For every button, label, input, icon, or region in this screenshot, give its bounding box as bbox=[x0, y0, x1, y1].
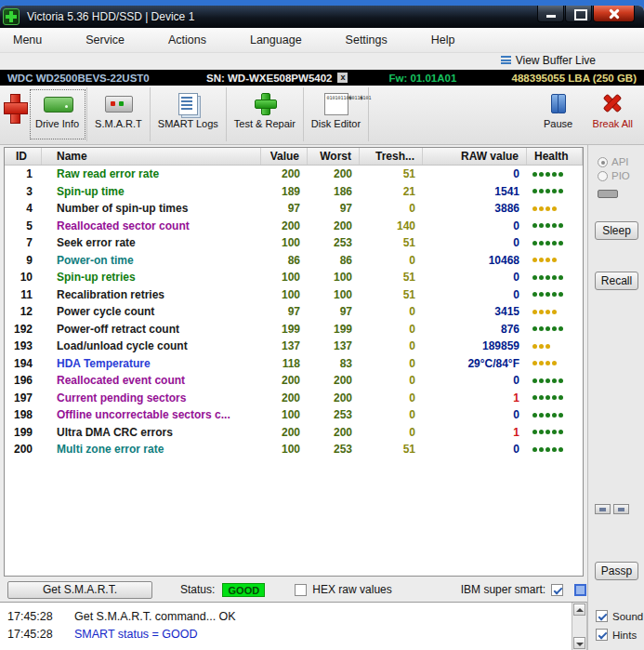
cell-id: 10 bbox=[5, 271, 42, 284]
break-all-button[interactable]: Break All bbox=[585, 87, 640, 131]
cell-tresh: 0 bbox=[360, 408, 423, 421]
cell-val: 97 bbox=[261, 202, 308, 215]
smart-row-9[interactable]: 9Power-on time8686010468 bbox=[5, 252, 583, 270]
pio-radio[interactable] bbox=[598, 171, 608, 181]
cell-val: 100 bbox=[261, 443, 308, 456]
column-header-tresh[interactable]: Tresh... bbox=[360, 148, 423, 165]
cell-val: 86 bbox=[261, 254, 308, 267]
device-firmware: Fw: 01.01A01 bbox=[388, 73, 456, 84]
smart-row-192[interactable]: 192Power-off retract count1991990876 bbox=[5, 321, 583, 338]
cell-name: Power-on time bbox=[42, 254, 261, 267]
sound-checkbox[interactable] bbox=[596, 610, 608, 622]
smart-row-4[interactable]: 4Number of spin-up times979703886 bbox=[5, 200, 583, 218]
column-header-rawvalue[interactable]: RAW value bbox=[423, 148, 527, 165]
api-label: API bbox=[611, 156, 629, 167]
toolbar-button-test-repair[interactable]: Test & Repair bbox=[227, 87, 304, 141]
cell-tresh: 51 bbox=[360, 288, 423, 301]
toolbar-button-s-m-a-r-t[interactable]: S.M.A.R.T bbox=[87, 87, 151, 141]
ibm-smart-checkbox[interactable] bbox=[551, 584, 563, 596]
toolbar-button-drive-info[interactable]: Drive Info bbox=[28, 87, 87, 141]
column-header-value[interactable]: Value bbox=[261, 148, 308, 165]
cell-raw: 10468 bbox=[423, 254, 527, 267]
log-scrollbar[interactable] bbox=[572, 603, 586, 650]
cell-worst: 200 bbox=[308, 219, 360, 232]
column-header-health[interactable]: Health bbox=[527, 148, 583, 165]
smart-row-199[interactable]: 199Ultra DMA CRC errors20020001 bbox=[5, 424, 583, 442]
cell-tresh: 51 bbox=[360, 443, 423, 456]
hints-checkbox[interactable] bbox=[596, 629, 608, 641]
cell-worst: 137 bbox=[308, 339, 360, 352]
cell-raw: 0 bbox=[423, 236, 527, 249]
menu-item-settings[interactable]: Settings bbox=[346, 33, 388, 46]
cell-val: 199 bbox=[261, 323, 308, 336]
health-indicator bbox=[527, 447, 583, 452]
close-button[interactable] bbox=[593, 6, 635, 22]
smart-row-10[interactable]: 10Spin-up retries100100510 bbox=[5, 269, 583, 286]
column-header-name[interactable]: Name bbox=[42, 148, 261, 165]
smart-row-5[interactable]: 5Reallocated sector count2002001400 bbox=[5, 218, 583, 235]
sleep-button[interactable]: Sleep bbox=[595, 221, 638, 240]
smart-row-1[interactable]: 1Raw read error rate200200510 bbox=[5, 166, 583, 183]
api-radio-row[interactable]: API bbox=[598, 156, 629, 167]
health-indicator bbox=[527, 395, 583, 400]
pio-radio-row[interactable]: PIO bbox=[598, 170, 630, 181]
view-buffer-live-link[interactable]: View Buffer Live bbox=[501, 54, 596, 67]
smart-row-193[interactable]: 193Load/unload cycle count1371370189859 bbox=[5, 338, 583, 355]
health-indicator bbox=[527, 361, 583, 365]
smart-row-3[interactable]: 3Spin-up time189186211541 bbox=[5, 183, 583, 201]
passp-button[interactable]: Passp bbox=[595, 562, 638, 580]
right-panel: API PIO Sleep Recall Passp Sound Hints bbox=[587, 145, 644, 650]
api-radio[interactable] bbox=[598, 157, 608, 167]
smart-row-200[interactable]: 200Multi zone error rate100253510 bbox=[5, 441, 583, 458]
smart-row-198[interactable]: 198Offline uncorrectable sectors c...100… bbox=[5, 406, 583, 424]
smart-row-7[interactable]: 7Seek error rate100253510 bbox=[5, 234, 583, 252]
smart-row-196[interactable]: 196Reallocated event count20020000 bbox=[5, 372, 583, 390]
cell-tresh: 0 bbox=[360, 339, 423, 352]
hex-raw-checkbox[interactable] bbox=[295, 584, 307, 596]
cell-raw: 876 bbox=[423, 323, 527, 336]
cell-tresh: 0 bbox=[360, 374, 423, 387]
toolbar-button-label: Test & Repair bbox=[234, 118, 296, 129]
cell-name: Power cycle count bbox=[42, 305, 261, 318]
cell-id: 9 bbox=[5, 254, 42, 267]
column-header-worst[interactable]: Worst bbox=[308, 148, 360, 165]
cell-name: Number of spin-up times bbox=[42, 202, 261, 215]
menu-item-service[interactable]: Service bbox=[85, 33, 125, 46]
ibm-indicator[interactable] bbox=[574, 584, 586, 596]
scroll-up-icon[interactable] bbox=[573, 604, 585, 616]
serial-close-icon[interactable]: x bbox=[337, 73, 348, 83]
smart-row-194[interactable]: 194HDA Temperature11883029°C/84°F bbox=[5, 355, 583, 373]
health-indicator bbox=[527, 326, 583, 331]
toolbar-button-smart-logs[interactable]: SMART Logs bbox=[151, 87, 227, 141]
maximize-button[interactable] bbox=[565, 6, 592, 22]
panel-small-button-1[interactable] bbox=[595, 504, 611, 514]
toolbar-button-disk-editor[interactable]: Disk Editor bbox=[304, 87, 369, 141]
cell-val: 189 bbox=[261, 185, 308, 198]
panel-small-button-2[interactable] bbox=[613, 504, 629, 514]
cell-id: 200 bbox=[5, 443, 42, 456]
scroll-down-icon[interactable] bbox=[573, 637, 585, 649]
smart-row-12[interactable]: 12Power cycle count979703415 bbox=[5, 303, 583, 321]
toolbar-right: Pause Break All bbox=[532, 87, 640, 131]
status-value-badge: GOOD bbox=[222, 583, 265, 597]
menu-item-help[interactable]: Help bbox=[431, 33, 455, 46]
smart-row-11[interactable]: 11Recalibration retries100100510 bbox=[5, 286, 583, 304]
minimize-button[interactable] bbox=[537, 6, 564, 22]
log-message: SMART status = GOOD bbox=[74, 628, 198, 641]
device-model[interactable]: WDC WD2500BEVS-22UST0 bbox=[7, 73, 206, 84]
sound-toggle[interactable]: Sound bbox=[596, 610, 643, 622]
cell-raw: 3415 bbox=[423, 305, 527, 318]
hints-toggle[interactable]: Hints bbox=[596, 629, 637, 641]
menu-item-menu[interactable]: Menu bbox=[13, 33, 42, 46]
menu-item-language[interactable]: Language bbox=[250, 33, 302, 46]
ibm-smart-group[interactable]: IBM super smart: bbox=[461, 583, 586, 596]
smart-row-197[interactable]: 197Current pending sectors20020001 bbox=[5, 390, 583, 407]
hex-raw-group[interactable]: HEX raw values bbox=[295, 583, 391, 596]
get-smart-button[interactable]: Get S.M.A.R.T. bbox=[7, 581, 152, 599]
pause-button[interactable]: Pause bbox=[532, 87, 585, 131]
smart-table: IDNameValueWorstTresh...RAW valueHealth … bbox=[4, 147, 584, 577]
cell-val: 200 bbox=[261, 391, 308, 405]
recall-button[interactable]: Recall bbox=[595, 272, 638, 290]
column-header-id[interactable]: ID bbox=[5, 148, 42, 165]
menu-item-actions[interactable]: Actions bbox=[168, 33, 206, 46]
